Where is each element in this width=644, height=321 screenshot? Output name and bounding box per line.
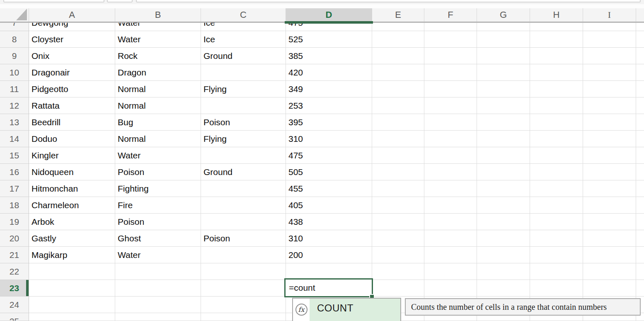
cell-I12[interactable]	[583, 97, 636, 114]
row-header-18[interactable]: 18	[0, 197, 29, 214]
active-cell-d23[interactable]: =count	[284, 278, 373, 297]
cell-B22[interactable]	[115, 263, 201, 280]
cell-D17[interactable]: 455	[286, 180, 372, 197]
cell-I15[interactable]	[583, 147, 636, 164]
row-header-16[interactable]: 16	[0, 164, 29, 180]
row-header-15[interactable]: 15	[0, 147, 29, 164]
select-all-corner[interactable]	[0, 8, 29, 22]
cell-C20[interactable]: Poison	[201, 230, 286, 247]
cell-G20[interactable]	[477, 230, 530, 247]
cell-F15[interactable]	[424, 147, 477, 164]
cell-H10[interactable]	[530, 64, 583, 81]
cell-H17[interactable]	[530, 180, 583, 197]
cell-F7[interactable]	[424, 23, 477, 31]
cell-J23[interactable]	[636, 280, 644, 297]
cell-E16[interactable]	[372, 164, 424, 180]
cell-G21[interactable]	[477, 247, 530, 263]
cell-C9[interactable]: Ground	[201, 48, 286, 64]
autocomplete-item-count[interactable]: COUNT	[310, 299, 400, 321]
cell-F19[interactable]	[424, 214, 477, 230]
cell-F11[interactable]	[424, 81, 477, 97]
cell-C19[interactable]	[201, 214, 286, 230]
cell-B12[interactable]: Normal	[115, 97, 201, 114]
cell-B23[interactable]	[115, 280, 201, 297]
cell-J8[interactable]	[636, 31, 644, 48]
cell-B11[interactable]: Normal	[115, 81, 201, 97]
cell-G10[interactable]	[477, 64, 530, 81]
cell-E18[interactable]	[372, 197, 424, 214]
cell-J16[interactable]	[636, 164, 644, 180]
row-header-8[interactable]: 8	[0, 31, 29, 48]
cell-C21[interactable]	[201, 247, 286, 263]
column-header-B[interactable]: B	[115, 8, 201, 22]
cell-E15[interactable]	[372, 147, 424, 164]
cell-I22[interactable]	[583, 263, 636, 280]
row-header-7[interactable]: 7	[0, 23, 29, 31]
formula-bar-buttons[interactable]	[107, 0, 133, 2]
cell-E12[interactable]	[372, 97, 424, 114]
cell-D22[interactable]	[286, 263, 372, 280]
cell-J19[interactable]	[636, 214, 644, 230]
cell-E13[interactable]	[372, 114, 424, 131]
cell-I21[interactable]	[583, 247, 636, 263]
cell-B17[interactable]: Fighting	[115, 180, 201, 197]
cell-G7[interactable]	[477, 23, 530, 31]
cell-D11[interactable]: 349	[286, 81, 372, 97]
cell-A16[interactable]: Nidoqueen	[29, 164, 115, 180]
cell-A11[interactable]: Pidgeotto	[29, 81, 115, 97]
cell-H12[interactable]	[530, 97, 583, 114]
cell-C15[interactable]	[201, 147, 286, 164]
cell-C8[interactable]: Ice	[201, 31, 286, 48]
cell-C18[interactable]	[201, 197, 286, 214]
row-header-23[interactable]: 23	[0, 280, 29, 297]
cell-H23[interactable]	[530, 280, 583, 297]
cell-F18[interactable]	[424, 197, 477, 214]
cell-E7[interactable]	[372, 23, 424, 31]
cell-G16[interactable]	[477, 164, 530, 180]
cell-A13[interactable]: Beedrill	[29, 114, 115, 131]
cell-J20[interactable]	[636, 230, 644, 247]
column-header-E[interactable]: E	[372, 8, 424, 22]
cell-E20[interactable]	[372, 230, 424, 247]
cell-I16[interactable]	[583, 164, 636, 180]
cell-B15[interactable]: Water	[115, 147, 201, 164]
cell-F14[interactable]	[424, 131, 477, 147]
cell-F9[interactable]	[424, 48, 477, 64]
column-header-H[interactable]: H	[530, 8, 583, 22]
cell-A14[interactable]: Doduo	[29, 131, 115, 147]
cell-H7[interactable]	[530, 23, 583, 31]
cell-A8[interactable]: Cloyster	[29, 31, 115, 48]
cell-A7[interactable]: Dewgong	[29, 23, 115, 31]
cell-B25[interactable]	[115, 313, 201, 321]
cell-B7[interactable]: Water	[115, 23, 201, 31]
cell-C17[interactable]	[201, 180, 286, 197]
cell-B14[interactable]: Normal	[115, 131, 201, 147]
cell-H11[interactable]	[530, 81, 583, 97]
cell-I11[interactable]	[583, 81, 636, 97]
row-header-22[interactable]: 22	[0, 263, 29, 280]
cell-H20[interactable]	[530, 230, 583, 247]
cell-I17[interactable]	[583, 180, 636, 197]
cell-I13[interactable]	[583, 114, 636, 131]
cell-D9[interactable]: 385	[286, 48, 372, 64]
cell-G11[interactable]	[477, 81, 530, 97]
cell-G22[interactable]	[477, 263, 530, 280]
row-header-17[interactable]: 17	[0, 180, 29, 197]
cell-C13[interactable]: Poison	[201, 114, 286, 131]
cell-D18[interactable]: 405	[286, 197, 372, 214]
cell-J10[interactable]	[636, 64, 644, 81]
cell-C11[interactable]: Flying	[201, 81, 286, 97]
column-header-partial[interactable]	[636, 8, 644, 22]
cell-B20[interactable]: Ghost	[115, 230, 201, 247]
cell-E14[interactable]	[372, 131, 424, 147]
cell-I9[interactable]	[583, 48, 636, 64]
cell-F10[interactable]	[424, 64, 477, 81]
cell-D14[interactable]: 310	[286, 131, 372, 147]
row-header-9[interactable]: 9	[0, 48, 29, 64]
cell-E19[interactable]	[372, 214, 424, 230]
cell-G14[interactable]	[477, 131, 530, 147]
cell-D19[interactable]: 438	[286, 214, 372, 230]
cell-F13[interactable]	[424, 114, 477, 131]
cell-J9[interactable]	[636, 48, 644, 64]
cell-G12[interactable]	[477, 97, 530, 114]
